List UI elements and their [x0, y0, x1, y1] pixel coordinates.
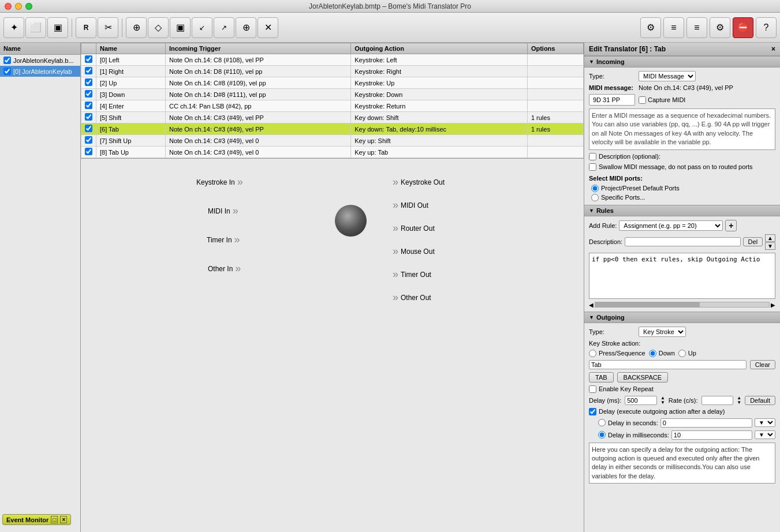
left-item-translator-checkbox[interactable]: [3, 68, 11, 75]
delay-seconds-dropdown[interactable]: ▼: [755, 418, 775, 427]
left-item-translator[interactable]: [0] JorAbletonKeylab: [0, 66, 80, 77]
event-monitor-close[interactable]: ×: [60, 516, 67, 523]
toolbar-btn-settings[interactable]: ⚙: [640, 17, 661, 38]
outgoing-triangle: ▼: [589, 314, 594, 320]
delay-spinner[interactable]: ▲ ▼: [660, 396, 665, 405]
port-default-radio[interactable]: [591, 185, 599, 192]
flow-arrow-oi: »: [235, 263, 241, 275]
add-rule-plus-button[interactable]: +: [725, 220, 737, 231]
outgoing-section-header[interactable]: ▼ Outgoing: [584, 312, 780, 323]
row-check[interactable]: [81, 135, 96, 147]
default-button[interactable]: Default: [745, 396, 775, 405]
table-row[interactable]: [0] Left Note On ch.14: C8 (#108), vel P…: [81, 54, 584, 66]
port-specific-radio[interactable]: [591, 194, 599, 201]
table-row[interactable]: [2] Up Note On ch.14: C#8 (#109), vel pp…: [81, 77, 584, 89]
press-sequence-radio[interactable]: [589, 350, 596, 357]
enable-repeat-checkbox[interactable]: [589, 385, 596, 393]
delay-ms2-radio[interactable]: [598, 431, 606, 439]
toolbar-btn-copy[interactable]: ▣: [170, 17, 191, 38]
down-radio[interactable]: [649, 350, 656, 357]
add-rule-label: Add Rule:: [589, 222, 617, 229]
row-check[interactable]: [81, 112, 96, 123]
incoming-section-header[interactable]: ▼ Incoming: [584, 56, 780, 68]
delay-seconds-radio[interactable]: [598, 419, 606, 426]
up-label: Up: [678, 350, 696, 357]
close-button[interactable]: [5, 3, 12, 10]
delay-ms2-dropdown[interactable]: ▼: [755, 430, 775, 439]
toolbar-btn-square[interactable]: ⬜: [25, 17, 46, 38]
toolbar-btn-help[interactable]: ?: [756, 17, 777, 38]
row-check[interactable]: [81, 66, 96, 77]
row-check[interactable]: [81, 54, 96, 66]
scroll-right-arrow[interactable]: ▶: [771, 302, 775, 308]
row-check[interactable]: [81, 100, 96, 112]
table-row[interactable]: [5] Shift Note On ch.14: C#3 (#49), vel …: [81, 112, 584, 123]
left-item-preset-checkbox[interactable]: [3, 57, 11, 64]
delay-execute-checkbox[interactable]: [589, 408, 596, 415]
row-check[interactable]: [81, 147, 96, 158]
row-check[interactable]: [81, 123, 96, 135]
toolbar-btn-x[interactable]: ✕: [257, 17, 278, 38]
row-check[interactable]: [81, 77, 96, 89]
window-title: JorAbletonKeylab.bmtp – Bome's Midi Tran…: [309, 2, 471, 10]
row-check[interactable]: [81, 89, 96, 100]
delay-seconds-input[interactable]: [660, 418, 752, 428]
toolbar-btn-star[interactable]: ✦: [3, 17, 24, 38]
del-button[interactable]: Del: [743, 237, 763, 246]
toolbar-btn-plus2[interactable]: ⊕: [236, 17, 256, 38]
rule-up-button[interactable]: ▲: [765, 234, 775, 242]
event-monitor-minimize[interactable]: □: [51, 516, 58, 523]
add-rule-select[interactable]: Assignment (e.g. pp = 20): [619, 220, 723, 231]
toolbar-btn-scissors[interactable]: ✂: [98, 17, 118, 38]
table-row[interactable]: [4] Enter CC ch.14: Pan LSB (#42), pp Ke…: [81, 100, 584, 112]
rule-down-button[interactable]: ▼: [765, 242, 775, 250]
flow-timer-in: Timer In »: [207, 234, 240, 246]
minimize-button[interactable]: [15, 3, 22, 10]
right-panel-close[interactable]: ×: [771, 45, 775, 53]
toolbar-btn-lines2[interactable]: ≡: [686, 17, 707, 38]
outgoing-type-label: Type:: [589, 328, 635, 335]
desc-optional-checkbox[interactable]: [589, 153, 596, 160]
event-monitor-bar[interactable]: Event Monitor □ ×: [2, 514, 71, 525]
swallow-checkbox[interactable]: [589, 163, 596, 171]
delay-input[interactable]: [625, 396, 657, 405]
up-radio[interactable]: [678, 350, 686, 357]
desc-input[interactable]: [625, 237, 741, 246]
rate-down-arrow[interactable]: ▼: [737, 400, 741, 405]
toolbar-btn-lines1[interactable]: ≡: [663, 17, 684, 38]
capture-midi-checkbox[interactable]: [639, 96, 646, 104]
tab-button[interactable]: TAB: [589, 372, 614, 383]
table-row[interactable]: [1] Right Note On ch.14: D8 (#110), vel …: [81, 66, 584, 77]
rules-section-header[interactable]: ▼ Rules: [584, 205, 780, 216]
incoming-type-select[interactable]: MIDI Message: [639, 71, 696, 81]
table-row[interactable]: [3] Down Note On ch.14: D#8 (#111), vel …: [81, 89, 584, 100]
toolbar-btn-r[interactable]: R: [76, 17, 96, 38]
key-input[interactable]: [589, 360, 747, 369]
toolbar-btn-in[interactable]: ↙: [192, 17, 212, 38]
toolbar-btn-plus1[interactable]: ⊕: [126, 17, 147, 38]
toolbar-btn-grid[interactable]: ▣: [47, 17, 68, 38]
rule-scrollbar[interactable]: [595, 302, 770, 308]
left-item-preset[interactable]: JorAbletonKeylab.b...: [0, 55, 80, 66]
clear-button[interactable]: Clear: [750, 360, 775, 369]
maximize-button[interactable]: [25, 3, 32, 10]
backspace-button[interactable]: BACKSPACE: [617, 372, 668, 383]
delay-ms2-input[interactable]: [671, 430, 752, 440]
flow-other-in: Other In »: [208, 263, 241, 275]
table-row[interactable]: [8] Tab Up Note On ch.14: C#3 (#49), vel…: [81, 147, 584, 158]
scroll-left-arrow[interactable]: ◀: [589, 302, 594, 308]
table-row[interactable]: [6] Tab Note On ch.14: C#3 (#49), vel PP…: [81, 123, 584, 135]
outgoing-type-select[interactable]: Key Stroke: [639, 327, 686, 337]
toolbar-btn-out[interactable]: ↗: [214, 17, 234, 38]
row-name: [4] Enter: [96, 100, 166, 112]
toolbar-btn-stop[interactable]: ⛔: [733, 17, 753, 38]
rule-code-editor[interactable]: if pp<0 then exit rules, skip Outgoing A…: [589, 253, 775, 299]
table-row[interactable]: [7] Shift Up Note On ch.14: C#3 (#49), v…: [81, 135, 584, 147]
rate-input[interactable]: [701, 396, 734, 405]
toolbar-btn-diamond[interactable]: ◇: [148, 17, 169, 38]
midi-message-value: Note On ch.14: C#3 (#49), vel PP: [639, 84, 733, 91]
delay-down-arrow[interactable]: ▼: [660, 400, 665, 405]
ports-radio-group: Project/Preset Default Ports Specific Po…: [591, 185, 775, 201]
toolbar-btn-gear[interactable]: ⚙: [710, 17, 730, 38]
rate-spinner[interactable]: ▲ ▼: [737, 396, 741, 405]
